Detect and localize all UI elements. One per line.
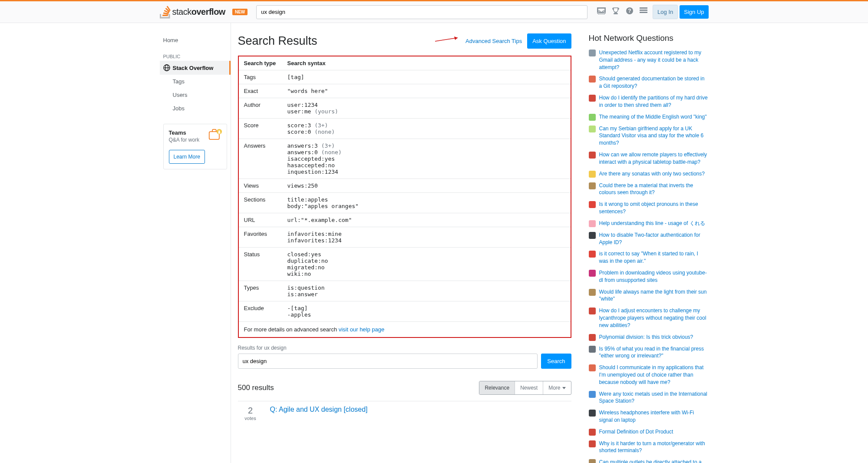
nav-tags[interactable]: Tags — [160, 75, 231, 88]
result-item: 2 votes Q: Agile and UX design [closed] — [238, 401, 571, 421]
search-button[interactable]: Search — [541, 354, 571, 369]
signup-button[interactable]: Sign Up — [680, 5, 708, 19]
tab-more[interactable]: More — [543, 381, 571, 394]
hot-question-link[interactable]: Polynomial division: Is this trick obvio… — [599, 334, 693, 341]
hot-question-link[interactable]: Are there any sonatas with only two sect… — [599, 170, 705, 178]
syntax-row: Typesis:question is:answer — [239, 281, 571, 301]
site-icon — [589, 346, 596, 353]
syntax-type: Exact — [239, 84, 282, 98]
hot-question-link[interactable]: Were any toxic metals used in the Intern… — [599, 390, 709, 405]
learn-more-button[interactable]: Learn More — [169, 150, 205, 164]
hot-question-link[interactable]: How do I identify the partitions of my h… — [599, 94, 709, 109]
svg-rect-12 — [218, 132, 220, 134]
hot-question-link[interactable]: Would life always name the light from th… — [599, 288, 709, 303]
site-icon — [589, 114, 596, 121]
new-badge[interactable]: NEW — [232, 9, 248, 15]
community-icon[interactable] — [640, 7, 647, 17]
hot-question-item: is it correct to say "When it started to… — [589, 250, 709, 265]
syntax-code: user:1234 user:me (yours) — [282, 98, 571, 119]
hot-question-link[interactable]: Is 95% of what you read in the financial… — [599, 345, 709, 360]
footer-text: For more details on advanced search — [244, 326, 339, 333]
left-sidebar: Home PUBLIC Stack Overflow Tags Users Jo… — [160, 23, 231, 463]
nav-users[interactable]: Users — [160, 88, 231, 102]
main-content: Search Results Advanced Search Tips Ask … — [231, 23, 578, 463]
results-search-input[interactable] — [238, 354, 538, 369]
hot-question-item: Would life always name the light from th… — [589, 288, 709, 303]
hot-question-item: The meaning of the Middle English word "… — [589, 113, 709, 121]
trophy-icon[interactable] — [612, 7, 620, 17]
syntax-type: Sections — [239, 193, 282, 213]
hot-question-link[interactable]: The meaning of the Middle English word "… — [599, 113, 707, 121]
teams-promo: Teams Q&A for work Learn More — [163, 124, 227, 169]
svg-text:?: ? — [628, 8, 631, 14]
syntax-row: URLurl:"*.example.com" — [239, 213, 571, 227]
hot-question-link[interactable]: Wireless headphones interfere with Wi-Fi… — [599, 409, 709, 424]
hot-question-item: How do I identify the partitions of my h… — [589, 94, 709, 109]
hot-question-item: Formal Definition of Dot Product — [589, 428, 709, 436]
vote-label: votes — [238, 416, 263, 421]
syntax-row: Exclude-[tag] -apples — [239, 301, 571, 322]
hot-question-item: Should generated documentation be stored… — [589, 75, 709, 90]
hot-question-link[interactable]: Can my Serbian girlfriend apply for a UK… — [599, 125, 709, 147]
syntax-code: [tag] — [282, 70, 571, 84]
hot-questions-title: Hot Network Questions — [589, 33, 709, 43]
hot-question-link[interactable]: How do I adjust encounters to challenge … — [599, 307, 709, 329]
hot-question-link[interactable]: How can we allow remote players to effec… — [599, 151, 709, 166]
syntax-row: Scorescore:3 (3+) score:0 (none) — [239, 119, 571, 139]
hot-question-link[interactable]: is it correct to say "When it started to… — [599, 250, 709, 265]
hot-question-link[interactable]: How to disable Two-factor authentication… — [599, 232, 709, 246]
svg-line-13 — [435, 38, 458, 41]
hot-question-link[interactable]: Can multiple outlets be directly attache… — [599, 459, 709, 463]
hot-question-link[interactable]: Could there be a material that inverts t… — [599, 182, 709, 197]
nav-jobs[interactable]: Jobs — [160, 102, 231, 115]
nav-heading-public: PUBLIC — [160, 47, 231, 61]
nav-stackoverflow[interactable]: Stack Overflow — [160, 61, 231, 75]
help-page-link[interactable]: visit our help page — [339, 326, 385, 333]
syntax-type: Exclude — [239, 301, 282, 322]
hot-question-item: How do I adjust encounters to challenge … — [589, 307, 709, 329]
syntax-code: answers:3 (3+) answers:0 (none) isaccept… — [282, 139, 571, 179]
syntax-code: score:3 (3+) score:0 (none) — [282, 119, 571, 139]
site-icon — [589, 232, 596, 239]
syntax-type: URL — [239, 213, 282, 227]
search-input[interactable] — [256, 5, 587, 19]
inbox-icon[interactable] — [597, 7, 606, 17]
login-button[interactable]: Log In — [653, 5, 678, 19]
site-icon — [589, 270, 596, 277]
search-syntax-panel: Search type Search syntax Tags[tag]Exact… — [238, 56, 571, 338]
hot-question-item: Wireless headphones interfere with Wi-Fi… — [589, 409, 709, 424]
page-title: Search Results — [238, 34, 317, 48]
tab-newest[interactable]: Newest — [515, 381, 543, 394]
site-icon — [589, 429, 596, 436]
vote-count: 2 — [238, 406, 263, 416]
syntax-code: closed:yes duplicate:no migrated:no wiki… — [282, 248, 571, 281]
hot-question-link[interactable]: Should I communicate in my applications … — [599, 364, 709, 386]
hot-question-link[interactable]: Problem in downloading videos using yout… — [599, 269, 709, 284]
logo[interactable]: stackoverflow — [160, 6, 225, 19]
syntax-footer: For more details on advanced search visi… — [239, 322, 571, 337]
hot-question-link[interactable]: Help understanding this line - usage of … — [599, 220, 705, 227]
tab-relevance[interactable]: Relevance — [479, 381, 515, 394]
brand-text-a: stack — [172, 7, 191, 17]
svg-rect-3 — [640, 7, 647, 9]
syntax-row: Favoritesinfavorites:mine infavorites:12… — [239, 227, 571, 248]
hot-question-link[interactable]: Why is it harder to turn a motor/generat… — [599, 440, 709, 455]
site-icon — [589, 220, 596, 227]
hot-question-link[interactable]: Should generated documentation be stored… — [599, 75, 709, 90]
syntax-type: Answers — [239, 139, 282, 179]
advanced-search-tips-link[interactable]: Advanced Search Tips — [465, 38, 522, 44]
nav-home[interactable]: Home — [160, 33, 231, 47]
hot-question-link[interactable]: Unexpected Netflix account registered to… — [599, 49, 709, 71]
hot-question-link[interactable]: Is it wrong to omit object pronouns in t… — [599, 201, 709, 215]
syntax-row: Viewsviews:250 — [239, 179, 571, 193]
hot-question-item: How to disable Two-factor authentication… — [589, 232, 709, 246]
result-title-link[interactable]: Q: Agile and UX design [closed] — [270, 406, 368, 413]
hot-question-link[interactable]: Formal Definition of Dot Product — [599, 428, 673, 436]
syntax-row: Authoruser:1234 user:me (yours) — [239, 98, 571, 119]
help-icon[interactable]: ? — [626, 7, 634, 17]
ask-question-button[interactable]: Ask Question — [527, 33, 571, 49]
syntax-type: Tags — [239, 70, 282, 84]
syntax-type: Types — [239, 281, 282, 301]
site-icon — [589, 391, 596, 398]
stackoverflow-icon — [160, 6, 171, 19]
